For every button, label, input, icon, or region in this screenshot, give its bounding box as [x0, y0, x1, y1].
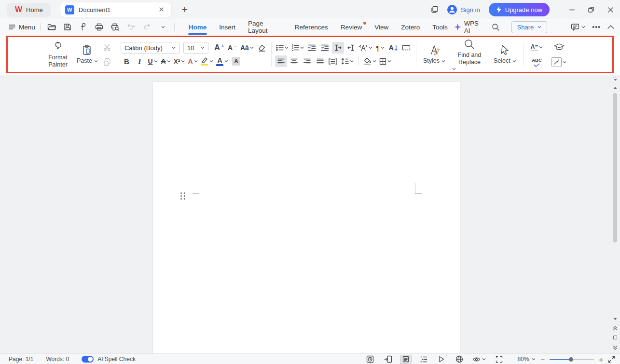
export-pdf-icon[interactable]	[77, 21, 90, 33]
paste-button[interactable]: Paste	[73, 44, 101, 64]
zoom-in-button[interactable]: +	[599, 355, 603, 364]
task-history-icon[interactable]	[364, 355, 376, 364]
increase-indent-button[interactable]	[319, 42, 331, 54]
scroll-up-icon[interactable]	[613, 87, 617, 89]
superscript-button[interactable]: X²	[173, 55, 186, 67]
align-left-button[interactable]	[275, 55, 287, 67]
borders-button[interactable]	[378, 55, 392, 67]
change-case-button[interactable]: Aà	[239, 42, 255, 54]
page-indicator[interactable]: Page: 1/1	[9, 356, 33, 363]
tab-view[interactable]: View	[368, 19, 395, 35]
format-painter-button[interactable]: Format Painter	[42, 41, 73, 68]
font-name-select[interactable]: Calibri (Body)	[121, 42, 179, 54]
next-page-icon[interactable]	[613, 345, 618, 350]
tabs-overview-icon[interactable]	[430, 5, 439, 14]
quick-tools-button[interactable]	[551, 56, 567, 68]
document-page[interactable]	[153, 82, 460, 353]
vertical-scrollbar[interactable]	[611, 76, 619, 352]
highlight-color-button[interactable]	[200, 55, 214, 67]
tab-references[interactable]: References	[289, 19, 334, 35]
main-menu-button[interactable]: Menu	[9, 24, 35, 31]
find-and-replace-button[interactable]: Find and Replace	[449, 39, 490, 70]
learning-tools-button[interactable]	[553, 41, 565, 53]
fit-page-icon[interactable]	[608, 356, 615, 363]
minimize-button[interactable]	[562, 0, 581, 19]
sort-button[interactable]: A	[387, 42, 400, 54]
tab-insert[interactable]: Insert	[213, 19, 242, 35]
print-layout-view-icon[interactable]	[400, 355, 412, 364]
character-shading-button[interactable]: A	[230, 55, 242, 67]
styles-button[interactable]: Styles	[420, 44, 449, 64]
select-button[interactable]: Select	[490, 44, 520, 64]
decrease-indent-button[interactable]	[306, 42, 318, 54]
previous-page-icon[interactable]	[613, 326, 618, 331]
tab-page-layout[interactable]: Page Layout	[242, 19, 289, 35]
italic-button[interactable]: I	[134, 55, 146, 67]
character-scale-button[interactable]	[358, 42, 373, 54]
more-options-icon[interactable]: •••	[592, 23, 601, 31]
right-to-left-text-direction-button[interactable]	[345, 42, 357, 54]
ai-spell-check-toggle[interactable]	[82, 356, 94, 363]
hand-tool-icon[interactable]	[382, 355, 394, 364]
print-preview-icon[interactable]	[109, 21, 122, 33]
tab-zotero[interactable]: Zotero	[395, 19, 426, 35]
font-color-button[interactable]: A	[215, 55, 229, 67]
word-count[interactable]: Words: 0	[46, 356, 69, 363]
document-tab[interactable]: W Document1 ✕	[60, 2, 171, 17]
fullscreen-icon[interactable]	[493, 355, 505, 364]
tab-tools[interactable]: Tools	[426, 19, 454, 35]
close-window-button[interactable]	[601, 0, 620, 19]
zoom-slider-thumb[interactable]	[569, 357, 573, 362]
print-icon[interactable]	[93, 21, 106, 33]
font-size-select[interactable]: 10	[183, 42, 208, 54]
bullets-button[interactable]	[275, 42, 289, 54]
eye-protection-mode-icon[interactable]	[471, 355, 487, 364]
search-icon[interactable]	[492, 23, 500, 31]
text-tool-button[interactable]: A≡	[530, 41, 544, 53]
wps-ai-button[interactable]: WPS AI	[454, 20, 485, 34]
outline-view-icon[interactable]	[418, 355, 429, 364]
close-tab-icon[interactable]: ✕	[156, 5, 166, 14]
strikethrough-button[interactable]: A	[160, 55, 172, 67]
read-mode-icon[interactable]	[436, 355, 447, 364]
scrollbar-thumb[interactable]	[613, 93, 617, 243]
left-to-right-text-direction-button[interactable]	[332, 42, 344, 54]
tab-settings-button[interactable]	[400, 42, 413, 54]
new-tab-button[interactable]: +	[182, 4, 188, 15]
paragraph-drag-handle[interactable]	[180, 192, 185, 200]
hide-ruler-icon[interactable]	[613, 77, 618, 81]
shading-button[interactable]	[363, 55, 377, 67]
clear-formatting-button[interactable]	[256, 42, 268, 54]
tab-review[interactable]: Review	[334, 19, 368, 35]
restore-button[interactable]	[581, 0, 601, 19]
underline-button[interactable]: U	[147, 55, 159, 67]
increase-font-size-button[interactable]: A+	[213, 42, 225, 54]
sign-in-button[interactable]: Sign in	[447, 4, 480, 15]
zoom-slider[interactable]	[550, 357, 594, 362]
home-tab[interactable]: W Home	[7, 3, 51, 17]
text-effects-button[interactable]: A	[187, 55, 199, 67]
line-spacing-button[interactable]	[340, 55, 355, 67]
distribute-text-button[interactable]	[327, 55, 339, 67]
web-layout-icon[interactable]	[454, 355, 465, 364]
bold-button[interactable]: B	[121, 55, 133, 67]
customize-toolbar-chevron-icon[interactable]	[157, 21, 169, 33]
numbering-button[interactable]	[290, 42, 305, 54]
align-right-button[interactable]	[301, 55, 313, 67]
tab-home[interactable]: Home	[182, 19, 213, 35]
decrease-font-size-button[interactable]: A−	[226, 42, 238, 54]
comments-button[interactable]	[571, 23, 585, 31]
select-browse-object-icon[interactable]	[613, 336, 617, 339]
show-formatting-marks-button[interactable]: ¶	[374, 42, 386, 54]
scroll-down-icon[interactable]	[613, 318, 617, 320]
collapse-ribbon-icon[interactable]	[607, 25, 614, 29]
upgrade-now-button[interactable]: Upgrade now	[489, 3, 550, 16]
zoom-out-button[interactable]: −	[540, 355, 545, 364]
spell-check-button[interactable]: ABC	[531, 56, 543, 68]
align-center-button[interactable]	[288, 55, 300, 67]
open-file-icon[interactable]	[45, 21, 58, 33]
justify-button[interactable]	[314, 55, 326, 67]
save-icon[interactable]	[61, 21, 74, 33]
zoom-level-dropdown[interactable]: 80%	[517, 356, 536, 363]
share-button[interactable]: Share	[511, 21, 548, 33]
